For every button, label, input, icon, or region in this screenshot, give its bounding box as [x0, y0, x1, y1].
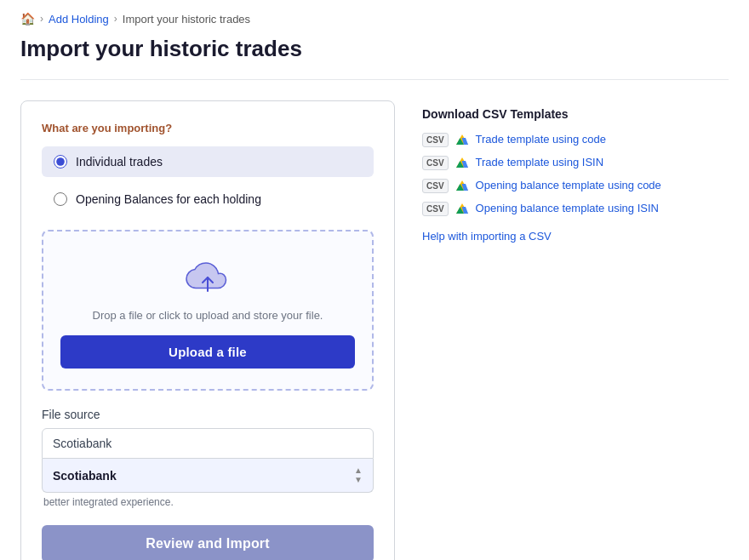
upload-hint-text: Drop a file or click to upload and store…: [60, 309, 355, 322]
upload-zone[interactable]: Drop a file or click to upload and store…: [42, 230, 374, 391]
radio-individual-label: Individual trades: [76, 155, 163, 169]
import-section-title: What are you importing?: [42, 122, 374, 134]
radio-opening-label: Opening Balances for each holding: [76, 192, 261, 206]
dropdown-arrows-icon: ▲ ▼: [354, 466, 363, 484]
template-item-2[interactable]: CSV Trade template using ISIN: [422, 156, 661, 170]
home-icon[interactable]: 🏠: [20, 12, 35, 26]
template-link-2[interactable]: Trade template using ISIN: [476, 156, 604, 170]
sidebar: Download CSV Templates CSV Trade templat…: [422, 100, 661, 243]
drive-icon-4: [455, 203, 469, 216]
template-item-4[interactable]: CSV Opening balance template using ISIN: [422, 202, 661, 216]
template-item-3[interactable]: CSV Opening balance template using code: [422, 179, 661, 193]
form-card: What are you importing? Individual trade…: [20, 100, 395, 560]
help-link[interactable]: Help with importing a CSV: [422, 230, 552, 243]
option-opening-balances[interactable]: Opening Balances for each holding: [42, 184, 374, 214]
page-title: Import your historic trades: [20, 36, 729, 62]
integration-note: better integrated experience.: [42, 496, 374, 508]
csv-badge-2: CSV: [422, 156, 449, 170]
drive-icon-3: [455, 180, 469, 193]
main-layout: What are you importing? Individual trade…: [20, 100, 729, 560]
file-source-input[interactable]: [42, 428, 374, 459]
option-individual-trades[interactable]: Individual trades: [42, 146, 374, 177]
radio-opening[interactable]: [54, 192, 67, 206]
breadcrumb-sep-2: ›: [114, 13, 117, 25]
divider: [20, 79, 729, 80]
template-item-1[interactable]: CSV Trade template using code: [422, 133, 661, 147]
csv-badge-3: CSV: [422, 179, 449, 193]
template-link-4[interactable]: Opening balance template using ISIN: [476, 202, 659, 216]
template-link-3[interactable]: Opening balance template using code: [476, 179, 661, 193]
csv-badge-4: CSV: [422, 202, 449, 216]
template-link-1[interactable]: Trade template using code: [476, 133, 606, 147]
upload-file-button[interactable]: Upload a file: [60, 335, 355, 369]
drive-icon-2: [455, 157, 469, 170]
dropdown-selected-value: Scotiabank: [53, 469, 117, 483]
file-source-dropdown-selected[interactable]: Scotiabank ▲ ▼: [42, 459, 374, 493]
breadcrumb-current: Import your historic trades: [123, 13, 250, 26]
upload-cloud-icon: [60, 259, 355, 299]
page-wrapper: 🏠 › Add Holding › Import your historic t…: [0, 0, 749, 560]
breadcrumb-add-holding[interactable]: Add Holding: [49, 13, 109, 26]
radio-individual[interactable]: [54, 155, 67, 169]
file-source-label: File source: [42, 408, 374, 421]
breadcrumb: 🏠 › Add Holding › Import your historic t…: [20, 12, 729, 26]
sidebar-title: Download CSV Templates: [422, 107, 661, 121]
csv-badge-1: CSV: [422, 133, 449, 147]
breadcrumb-sep-1: ›: [40, 13, 43, 25]
review-and-import-button[interactable]: Review and Import: [42, 525, 374, 560]
drive-icon-1: [455, 134, 469, 147]
